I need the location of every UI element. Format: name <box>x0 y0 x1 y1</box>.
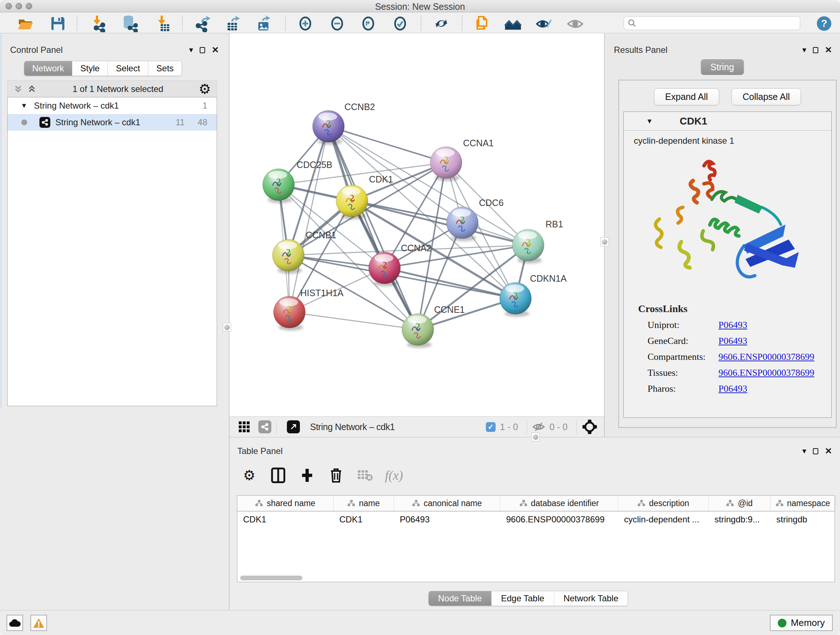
column-header-database-identifier[interactable]: database identifier <box>500 496 618 511</box>
search-input[interactable] <box>636 18 800 28</box>
table-options-gear-icon[interactable]: ⚙ <box>240 466 258 485</box>
network-node-ccna1[interactable]: CCNA1 <box>430 138 494 181</box>
delete-column-icon[interactable] <box>327 466 345 485</box>
table-panel-float-icon[interactable] <box>813 448 818 454</box>
network-edge[interactable] <box>289 312 418 329</box>
network-collection-row[interactable]: ▼ String Network – cdk1 1 <box>8 97 217 114</box>
import-network-file-button[interactable] <box>90 15 107 32</box>
right-splitter-handle[interactable] <box>600 238 609 246</box>
table-cell[interactable]: CDK1 <box>333 511 394 527</box>
node-entry-header[interactable]: ▼ CDK1 <box>624 112 831 131</box>
network-row-selected[interactable]: String Network – cdk1 11 48 <box>8 114 217 131</box>
zoom-fit-button[interactable] <box>360 15 377 32</box>
column-header-canonical-name[interactable]: canonical name <box>394 496 500 511</box>
network-edge[interactable] <box>328 126 528 245</box>
refresh-view-button[interactable] <box>433 15 450 32</box>
left-splitter-handle[interactable] <box>223 323 231 332</box>
show-columns-icon[interactable] <box>269 466 287 485</box>
save-session-button[interactable] <box>49 15 66 32</box>
tab-edge-table[interactable]: Edge Table <box>491 591 554 606</box>
open-in-browser-icon[interactable] <box>287 420 300 433</box>
delete-table-icon[interactable] <box>356 466 374 485</box>
entry-collapse-icon[interactable]: ▼ <box>646 117 653 125</box>
table-cell[interactable]: stringdb <box>771 511 835 527</box>
column-header-namespace[interactable]: namespace <box>771 496 835 511</box>
zoom-out-button[interactable] <box>328 15 346 32</box>
horizontal-splitter-handle[interactable] <box>531 432 540 441</box>
column-header-name[interactable]: name <box>333 496 394 511</box>
crosslink-link[interactable]: P06493 <box>718 336 747 347</box>
help-button[interactable]: ? <box>815 15 833 32</box>
crosslink-link[interactable]: 9606.ENSP00000378699 <box>718 367 814 378</box>
control-panel-menu-icon[interactable]: ▾ <box>189 46 193 54</box>
network-node-ccne1[interactable]: CCNE1 <box>402 304 465 348</box>
network-options-gear-icon[interactable]: ⚙ <box>199 82 211 96</box>
birdseye-grid-icon[interactable] <box>238 421 250 433</box>
crosslink-link[interactable]: P06493 <box>718 320 747 331</box>
table-panel-menu-icon[interactable]: ▾ <box>802 447 806 455</box>
results-panel-float-icon[interactable] <box>813 47 818 53</box>
tab-style[interactable]: Style <box>72 61 107 76</box>
table-cell[interactable]: CDK1 <box>237 511 333 527</box>
column-header-shared-name[interactable]: shared name <box>237 496 333 511</box>
tab-select[interactable]: Select <box>107 61 148 76</box>
tab-node-table[interactable]: Node Table <box>429 591 491 606</box>
warnings-button[interactable] <box>30 615 47 631</box>
function-builder-icon[interactable]: f(x) <box>385 466 403 485</box>
table-row[interactable]: CDK1CDK1P064939606.ENSP00000378699cyclin… <box>237 511 835 527</box>
collapse-all-button[interactable]: Collapse All <box>731 88 801 105</box>
selected-nodes-checkbox[interactable]: ✓ <box>486 422 496 432</box>
cloud-services-button[interactable] <box>6 615 23 631</box>
column-header-description[interactable]: description <box>618 496 709 511</box>
table-horizontal-scrollbar[interactable] <box>237 574 835 582</box>
table-cell[interactable]: cyclin-dependent ... <box>618 511 709 527</box>
network-share-icon[interactable] <box>258 420 271 433</box>
zoom-selected-button[interactable] <box>392 15 409 32</box>
network-canvas[interactable]: CCNB2CCNA1CDC25BCDK1CDC6RB1CCNB1CCNA2CDK… <box>229 33 605 416</box>
scrollbar-thumb[interactable] <box>240 576 302 580</box>
collapse-all-networks-icon[interactable] <box>27 84 37 94</box>
expand-all-networks-icon[interactable] <box>13 84 24 94</box>
tab-network[interactable]: Network <box>24 61 72 76</box>
network-node-ccnb1[interactable]: CCNB1 <box>272 230 336 274</box>
network-node-cdkn1a[interactable]: CDKN1A <box>500 273 567 317</box>
hidden-eye-icon[interactable] <box>532 421 545 432</box>
network-edge[interactable] <box>328 126 418 329</box>
results-panel-menu-icon[interactable]: ▾ <box>802 46 806 54</box>
annotation-mode-button[interactable] <box>535 15 553 32</box>
duplicate-network-button[interactable] <box>473 15 491 32</box>
table-cell[interactable]: 9606.ENSP00000378699 <box>500 511 618 527</box>
column-header--id[interactable]: @id <box>709 496 771 511</box>
show-all-networks-button[interactable] <box>504 15 522 32</box>
hide-panel-button[interactable] <box>567 15 584 32</box>
network-node-cdc6[interactable]: CDC6 <box>447 198 504 241</box>
crosslink-link[interactable]: P06493 <box>718 383 747 394</box>
export-network-button[interactable] <box>194 15 211 32</box>
control-panel-close-icon[interactable]: ✕ <box>212 46 219 54</box>
table-cell[interactable]: P06493 <box>394 511 500 527</box>
zoom-in-button[interactable] <box>297 15 314 32</box>
memory-button[interactable]: Memory <box>770 615 833 631</box>
network-node-cdc25b[interactable]: CDC25B <box>263 160 332 203</box>
tab-network-table[interactable]: Network Table <box>554 591 628 606</box>
network-node-hist1h1a[interactable]: HIST1H1A <box>273 288 344 331</box>
network-edge[interactable] <box>328 126 446 163</box>
control-panel-float-icon[interactable] <box>200 47 205 53</box>
collection-expand-icon[interactable]: ▼ <box>21 102 27 110</box>
tab-string[interactable]: String <box>701 59 744 75</box>
export-table-button[interactable] <box>225 15 242 32</box>
tab-sets[interactable]: Sets <box>148 61 182 76</box>
pan-crosshair-icon[interactable] <box>582 419 598 435</box>
crosslink-link[interactable]: 9606.ENSP00000378699 <box>718 352 814 363</box>
expand-all-button[interactable]: Expand All <box>654 88 719 105</box>
import-table-button[interactable] <box>153 15 171 32</box>
network-edge[interactable] <box>385 268 515 298</box>
network-node-rb1[interactable]: RB1 <box>512 219 563 264</box>
table-panel-close-icon[interactable]: ✕ <box>825 447 832 455</box>
export-image-button[interactable] <box>256 15 273 32</box>
import-network-from-database-button[interactable] <box>120 15 138 32</box>
add-column-icon[interactable] <box>298 466 316 485</box>
table-cell[interactable]: stringdb:9... <box>709 511 771 527</box>
results-panel-close-icon[interactable]: ✕ <box>825 46 832 54</box>
open-session-button[interactable] <box>17 15 34 32</box>
